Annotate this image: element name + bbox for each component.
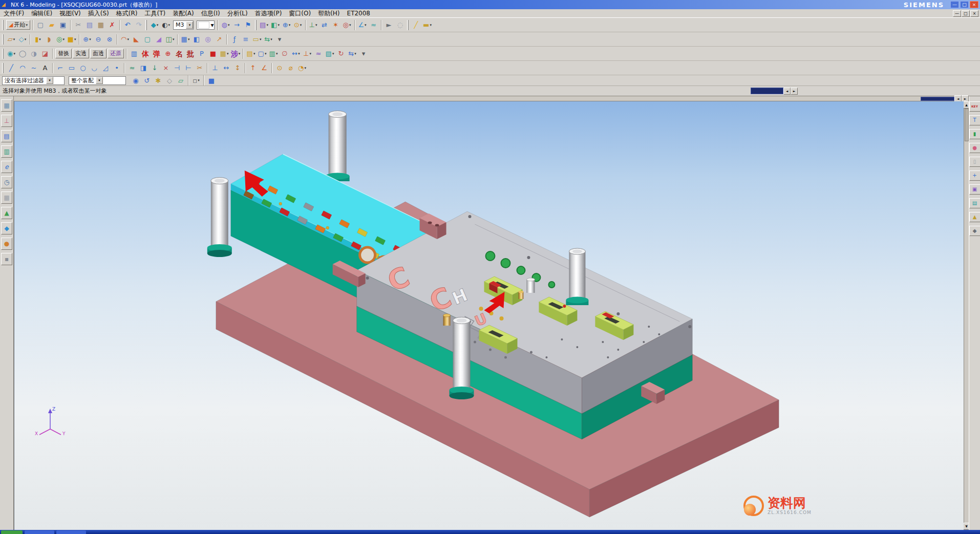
copy-icon[interactable]: ▤ [84, 19, 95, 31]
highlight-rollback-icon[interactable]: ↺ [141, 75, 153, 86]
layers-resource-icon[interactable]: ▤ [969, 198, 980, 208]
save-icon[interactable]: ▣ [57, 19, 69, 31]
material-analysis-icon[interactable]: ≈ [368, 19, 379, 31]
batch-tool-button[interactable]: 批 [185, 48, 196, 59]
datum-plane-icon[interactable]: ◇▾ [17, 34, 28, 45]
pencil-annotation-icon[interactable]: ╱ [411, 19, 422, 31]
more-assembly-icon[interactable]: ▾ [358, 48, 369, 59]
scroll-right-icon[interactable]: ► [791, 88, 798, 95]
new-file-icon[interactable]: ▢ [35, 19, 46, 31]
shell-icon[interactable]: ▢ [142, 34, 153, 45]
system-materials-icon[interactable]: ▦ [1, 191, 12, 204]
measure-distance-icon[interactable]: ∠▾ [357, 19, 368, 31]
selection-filter-combo[interactable]: 没有选择过滤器 ▾ [2, 76, 65, 85]
sequence-icon[interactable]: ↻ [335, 48, 347, 59]
cut-icon[interactable]: ✂ [73, 19, 84, 31]
taskbar-start-button[interactable] [1, 530, 23, 534]
dimension-icon[interactable]: ↔ [221, 62, 232, 74]
undo-icon[interactable]: ↶ [122, 19, 133, 31]
bottle-icon[interactable]: ▯ [969, 157, 980, 167]
child-close-button[interactable]: × [970, 10, 978, 17]
web-browser-icon[interactable]: e [1, 161, 12, 173]
guide-post[interactable] [566, 248, 588, 305]
hand-pan-icon[interactable]: ✱ [153, 75, 164, 86]
section-view-icon[interactable]: ◪ [39, 48, 51, 59]
toolbar-grip[interactable] [2, 63, 4, 73]
orient-view-icon[interactable]: ◆▾ [149, 19, 160, 31]
menu-insert[interactable]: 插入(S) [84, 9, 113, 18]
move-component2-icon[interactable]: ↔▾ [290, 48, 302, 59]
face-transparent-chip[interactable]: 面透 [90, 49, 106, 58]
project-curve-icon[interactable]: ↓ [149, 62, 160, 74]
child-minimize-button[interactable]: — [953, 10, 961, 17]
key-icon[interactable]: KEY [969, 101, 980, 112]
horizontal-scrollbar[interactable]: ◄ ► [14, 96, 969, 101]
body-tool-button[interactable]: 体 [140, 48, 151, 59]
arc-icon[interactable]: ◠ [17, 62, 28, 74]
menu-file[interactable]: 文件(F) [0, 9, 28, 18]
package-icon[interactable]: ▦▾ [219, 48, 230, 59]
replace-chip[interactable]: 替换 [55, 49, 72, 58]
toolbar-grip[interactable] [2, 34, 4, 45]
draft-icon[interactable]: ◢ [153, 34, 164, 45]
menu-help[interactable]: 帮助(H) [314, 9, 343, 18]
open-file-icon[interactable]: ▰ [46, 19, 57, 31]
offset-curve-icon[interactable]: ≈ [126, 62, 138, 74]
3d-viewport[interactable]: C C H U [14, 101, 964, 530]
scrollbar-thumb[interactable] [921, 97, 954, 101]
view-section-icon[interactable]: ◧▾ [270, 19, 281, 31]
more-features-icon[interactable]: ▾ [274, 34, 285, 45]
plus-tool-icon[interactable]: + [969, 170, 980, 181]
toolbar-grip[interactable] [407, 20, 409, 30]
clip-icon[interactable]: ▣ [969, 184, 980, 195]
process-studio-icon[interactable]: ▲ [1, 207, 12, 219]
subtract-icon[interactable]: ⊖ [93, 34, 104, 45]
extend-curve-icon[interactable]: ⊢ [183, 62, 194, 74]
open-component-icon[interactable]: ▢▾ [257, 48, 268, 59]
menu-view[interactable]: 视图(V) [56, 9, 84, 18]
battery-icon[interactable]: ▮ [969, 129, 980, 139]
diameter-icon[interactable]: ⌀ [285, 62, 296, 74]
circle-icon[interactable]: ○ [77, 62, 89, 74]
solid-transparent-chip[interactable]: 实透 [73, 49, 89, 58]
edge-blend-icon[interactable]: ◠▾ [119, 34, 131, 45]
windows-taskbar[interactable] [0, 530, 980, 534]
start-menu-button[interactable]: ◢开始▾ [6, 20, 30, 30]
quick-trim-icon[interactable]: ✂ [194, 62, 205, 74]
toolbar-grip[interactable] [145, 20, 147, 30]
scrollbar-thumb[interactable] [965, 109, 969, 141]
shaded-view-icon[interactable]: ◉▾ [6, 48, 17, 59]
view-layout-combo[interactable]: M3▾ [173, 20, 194, 30]
rendering-style-icon[interactable]: ◐▾ [160, 19, 172, 31]
wcs-orient-icon[interactable]: ⊕▾ [281, 19, 292, 31]
synchronous-modeling-icon[interactable]: ⇆▾ [263, 34, 274, 45]
move-component-icon[interactable]: ⇄ [319, 19, 330, 31]
toolbar-grip[interactable] [2, 49, 4, 59]
trim-body-icon[interactable]: ◫▾ [164, 34, 176, 45]
crosshair-tool-icon[interactable]: ⊕ [162, 48, 174, 59]
arc-center-icon[interactable]: ◔▾ [296, 62, 308, 74]
guide-post[interactable] [326, 111, 350, 182]
wave-linker-icon[interactable]: ≈ [313, 48, 324, 59]
sketch-icon[interactable]: ▱▾ [6, 34, 17, 45]
facet-view-icon[interactable]: ◑ [28, 48, 39, 59]
profile-icon[interactable]: ⌐ [55, 62, 66, 74]
edit-feature-icon[interactable]: ▭▾ [251, 34, 263, 45]
assembly-constraints2-icon[interactable]: ⊥▾ [302, 48, 313, 59]
select-filter-icon[interactable]: ► [384, 19, 395, 31]
scroll-left-icon[interactable]: ◄ [783, 88, 791, 95]
object-color-swatch[interactable]: ▾ [197, 20, 214, 30]
menu-edit[interactable]: 编辑(E) [28, 9, 56, 18]
paste-icon[interactable]: ▦ [95, 19, 106, 31]
menu-et2008[interactable]: ET2008 [344, 10, 374, 17]
palette-icon[interactable]: ● [969, 143, 980, 153]
revolve-icon[interactable]: ◗ [44, 34, 55, 45]
unite-icon[interactable]: ⊕▾ [81, 34, 93, 45]
snap-settings-icon[interactable]: ◉ [130, 75, 141, 86]
menu-preferences[interactable]: 首选项(P) [251, 9, 286, 18]
spline-icon[interactable]: ~ [28, 62, 39, 74]
text-curve-icon[interactable]: A [39, 62, 51, 74]
selection-scope-combo[interactable]: 整个装配 ▾ [69, 76, 126, 85]
chevron-down-icon[interactable]: ▾ [96, 77, 103, 84]
menu-format[interactable]: 格式(R) [113, 9, 141, 18]
